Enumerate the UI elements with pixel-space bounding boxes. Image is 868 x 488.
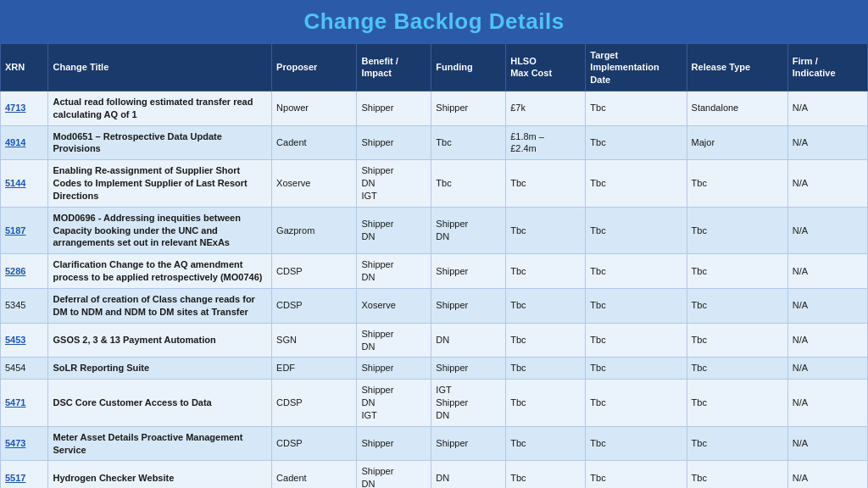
cell-release-type: Tbc (687, 254, 787, 289)
table-row: 5144Enabling Re-assignment of Supplier S… (1, 160, 868, 208)
cell-funding: IGT Shipper DN (431, 380, 506, 427)
col-header-proposer: Proposer (272, 44, 357, 92)
cell-hlso: Tbc (506, 380, 586, 427)
cell-funding: Shipper DN (431, 207, 506, 254)
cell-title: GSOS 2, 3 & 13 Payment Automation (48, 323, 272, 358)
cell-xrn[interactable]: 5453 (1, 323, 48, 358)
cell-title: Mod0651 – Retrospective Data Update Prov… (48, 125, 272, 160)
cell-release-type: Tbc (687, 160, 787, 208)
cell-release-type: Tbc (687, 289, 787, 324)
cell-funding: Shipper (431, 254, 506, 289)
cell-release-type: Major (687, 125, 787, 160)
cell-xrn[interactable]: 5471 (1, 380, 48, 427)
cell-benefit: Shipper DN (357, 207, 431, 254)
page-title: Change Backlog Details (0, 8, 868, 35)
xrn-link[interactable]: 5453 (5, 335, 25, 345)
data-table: XRN Change Title Proposer Benefit /Impac… (0, 43, 868, 488)
xrn-link[interactable]: 4914 (5, 137, 25, 147)
xrn-link[interactable]: 5286 (5, 266, 25, 276)
table-row: 5187MOD0696 - Addressing inequities betw… (1, 207, 868, 254)
table-row: 4713Actual read following estimated tran… (1, 91, 868, 125)
xrn-link[interactable]: 4713 (5, 103, 25, 113)
cell-benefit: Shipper DN IGT (357, 380, 431, 427)
cell-firm-indicative: N/A (787, 358, 867, 380)
cell-funding: DN (431, 323, 506, 358)
table-row: 5471DSC Core Customer Access to DataCDSP… (1, 380, 868, 427)
col-header-target: TargetImplementationDate (586, 44, 687, 92)
cell-hlso: Tbc (506, 254, 586, 289)
cell-proposer: Xoserve (272, 160, 357, 208)
cell-firm-indicative: N/A (787, 426, 867, 461)
cell-release-type: Tbc (687, 323, 787, 358)
cell-funding: Tbc (431, 160, 506, 208)
cell-xrn[interactable]: 5473 (1, 426, 48, 461)
cell-target: Tbc (586, 289, 687, 324)
xrn-link[interactable]: 5473 (5, 438, 25, 448)
cell-xrn[interactable]: 5144 (1, 160, 48, 208)
cell-target: Tbc (586, 380, 687, 427)
cell-xrn: 5345 (1, 289, 48, 324)
cell-funding: Shipper (431, 289, 506, 324)
cell-title: SoLR Reporting Suite (48, 358, 272, 380)
cell-hlso: Tbc (506, 461, 586, 488)
cell-release-type: Tbc (687, 358, 787, 380)
table-row: 5453GSOS 2, 3 & 13 Payment AutomationSGN… (1, 323, 868, 358)
cell-xrn[interactable]: 5517 (1, 461, 48, 488)
cell-title: Deferral of creation of Class change rea… (48, 289, 272, 324)
cell-proposer: CDSP (272, 380, 357, 427)
cell-title: MOD0696 - Addressing inequities between … (48, 207, 272, 254)
table-row: 5454SoLR Reporting SuiteEDFShipperShippe… (1, 358, 868, 380)
cell-firm-indicative: N/A (787, 91, 867, 125)
cell-target: Tbc (586, 461, 687, 488)
cell-benefit: Shipper (357, 426, 431, 461)
xrn-link[interactable]: 5517 (5, 473, 25, 483)
header-bar: Change Backlog Details (0, 0, 868, 43)
cell-benefit: Shipper (357, 358, 431, 380)
cell-firm-indicative: N/A (787, 289, 867, 324)
cell-funding: Shipper (431, 426, 506, 461)
cell-benefit: Shipper (357, 91, 431, 125)
col-header-firm: Firm /Indicative (787, 44, 867, 92)
col-header-funding: Funding (431, 44, 506, 92)
cell-firm-indicative: N/A (787, 254, 867, 289)
cell-xrn[interactable]: 5286 (1, 254, 48, 289)
cell-title: Hydrogen Checker Website (48, 461, 272, 488)
cell-hlso: £1.8m – £2.4m (506, 125, 586, 160)
cell-xrn[interactable]: 4713 (1, 91, 48, 125)
cell-proposer: CDSP (272, 426, 357, 461)
cell-firm-indicative: N/A (787, 461, 867, 488)
cell-benefit: Shipper (357, 125, 431, 160)
cell-benefit: Shipper DN (357, 254, 431, 289)
cell-hlso: Tbc (506, 426, 586, 461)
cell-firm-indicative: N/A (787, 160, 867, 208)
cell-target: Tbc (586, 426, 687, 461)
xrn-link[interactable]: 5144 (5, 178, 25, 188)
cell-proposer: CDSP (272, 289, 357, 324)
cell-proposer: Cadent (272, 125, 357, 160)
cell-funding: Shipper (431, 91, 506, 125)
cell-proposer: Gazprom (272, 207, 357, 254)
cell-release-type: Tbc (687, 380, 787, 427)
cell-target: Tbc (586, 358, 687, 380)
xrn-link[interactable]: 5187 (5, 225, 25, 236)
col-header-title: Change Title (48, 44, 272, 92)
cell-title: Clarification Change to the AQ amendment… (48, 254, 272, 289)
cell-proposer: CDSP (272, 254, 357, 289)
col-header-release: Release Type (687, 44, 787, 92)
cell-xrn[interactable]: 5187 (1, 207, 48, 254)
page-wrapper: Change Backlog Details XRN Change Title … (0, 0, 868, 488)
table-row: 5286Clarification Change to the AQ amend… (1, 254, 868, 289)
cell-release-type: Tbc (687, 461, 787, 488)
table-container: XRN Change Title Proposer Benefit /Impac… (0, 43, 868, 488)
cell-proposer: Npower (272, 91, 357, 125)
cell-proposer: Cadent (272, 461, 357, 488)
xrn-link[interactable]: 5471 (5, 397, 25, 408)
cell-target: Tbc (586, 254, 687, 289)
table-header-row: XRN Change Title Proposer Benefit /Impac… (1, 44, 868, 92)
cell-benefit: Shipper DN (357, 461, 431, 488)
cell-firm-indicative: N/A (787, 207, 867, 254)
cell-xrn[interactable]: 4914 (1, 125, 48, 160)
cell-xrn: 5454 (1, 358, 48, 380)
cell-release-type: Tbc (687, 207, 787, 254)
cell-target: Tbc (586, 207, 687, 254)
